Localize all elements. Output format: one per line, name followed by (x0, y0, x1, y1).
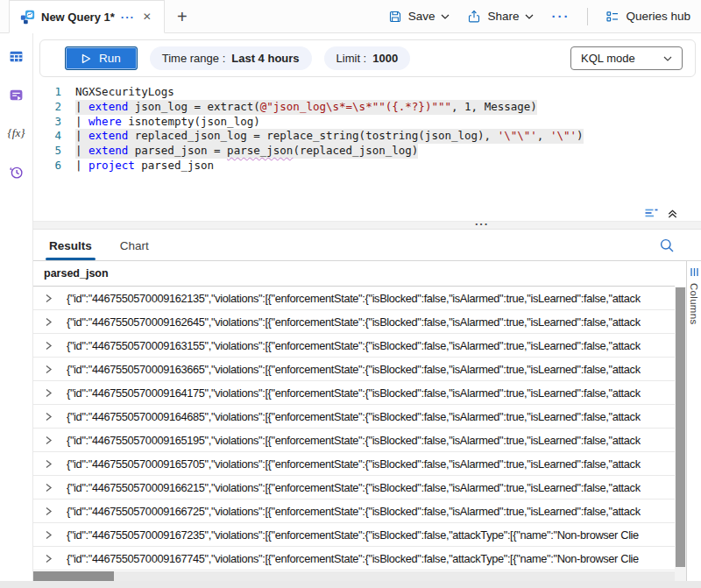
row-json-value: {"id":"4467550570009162135","violations"… (67, 292, 641, 305)
table-row[interactable]: {"id":"4467550570009167745","violations"… (33, 547, 675, 570)
more-actions-button[interactable]: ··· (551, 9, 570, 24)
tab-bar: New Query 1* ··· ✕ + Save (0, 0, 701, 33)
toolbar-divider (587, 8, 588, 25)
results-grid: parsed_json {"id":"4467550570009162135",… (33, 261, 675, 581)
new-tab-button[interactable]: + (177, 8, 188, 25)
expand-chevron-icon[interactable] (45, 507, 53, 516)
table-row[interactable]: {"id":"4467550570009163665","violations"… (33, 358, 675, 381)
row-json-value: {"id":"4467550570009165705","violations"… (67, 457, 641, 471)
code-line[interactable]: 4 | extend replaced_json_log = replace_s… (33, 129, 701, 144)
code-line[interactable]: 3 | where isnotempty(json_log) (33, 115, 701, 130)
tab-title: New Query 1* (41, 11, 115, 24)
share-label: Share (487, 10, 519, 23)
table-row[interactable]: {"id":"4467550570009163155","violations"… (33, 334, 675, 358)
functions-icon[interactable]: {fx} (7, 124, 26, 142)
column-header[interactable]: parsed_json (33, 261, 675, 287)
results-panel: Results Chart parsed_json (33, 230, 701, 581)
time-range-selector[interactable]: Time range : Last 4 hours (150, 46, 312, 70)
code-line-content: NGXSecurityLogs (75, 85, 174, 100)
line-number: 3 (33, 115, 61, 130)
table-row[interactable]: {"id":"4467550570009162645","violations"… (33, 310, 675, 334)
row-json-value: {"id":"4467550570009163665","violations"… (67, 363, 641, 376)
query-editor[interactable]: 1 NGXSecurityLogs 2 | extend json_log = … (33, 77, 701, 205)
share-button[interactable]: Share (467, 10, 534, 24)
expand-chevron-icon[interactable] (45, 459, 53, 469)
save-label: Save (408, 10, 435, 23)
code-line-content: | extend json_log = extract(@"json_log\s… (75, 100, 537, 115)
collapse-editor-icon[interactable] (667, 208, 678, 219)
limit-selector[interactable]: Limit : 1000 (324, 46, 411, 70)
run-button[interactable]: Run (65, 46, 138, 70)
results-body: parsed_json {"id":"4467550570009162135",… (33, 261, 701, 581)
panel-splitter[interactable]: ··· (33, 221, 701, 230)
expand-chevron-icon[interactable] (45, 365, 53, 374)
vertical-scrollbar-thumb[interactable] (676, 287, 685, 567)
tables-icon[interactable] (7, 47, 26, 65)
tab-close-icon[interactable]: ✕ (141, 11, 153, 23)
code-line-content: | project parsed_json (75, 159, 214, 174)
queries-hub-button[interactable]: Queries hub (605, 10, 690, 24)
code-line-content: | extend parsed_json = parse_json(replac… (75, 144, 418, 159)
grid-rows: {"id":"4467550570009162135","violations"… (33, 287, 675, 571)
main-area: {fx} Run Time range : (0, 33, 701, 581)
code-line[interactable]: 2 | extend json_log = extract(@"json_log… (33, 100, 701, 115)
search-results-icon[interactable] (659, 237, 675, 253)
saved-scripts-icon[interactable] (7, 86, 26, 103)
code-line[interactable]: 5 | extend parsed_json = parse_json(repl… (33, 144, 701, 159)
line-number: 4 (33, 129, 61, 144)
horizontal-scrollbar-thumb[interactable] (33, 571, 114, 581)
query-tab[interactable]: New Query 1* ··· ✕ (9, 0, 165, 33)
table-row[interactable]: {"id":"4467550570009164685","violations"… (33, 405, 675, 429)
save-button[interactable]: Save (388, 10, 450, 24)
query-mode-dropdown[interactable]: KQL mode (570, 46, 683, 70)
query-panel: Run Time range : Last 4 hours Limit : 10… (33, 33, 701, 581)
table-row[interactable]: {"id":"4467550570009166725","violations"… (33, 499, 675, 523)
expand-chevron-icon[interactable] (45, 341, 53, 351)
adx-app-icon (20, 10, 35, 25)
mode-chevron-down-icon (663, 56, 672, 61)
limit-label: Limit : (336, 52, 367, 65)
row-json-value: {"id":"4467550570009167235","violations"… (67, 528, 639, 542)
run-label: Run (99, 52, 121, 65)
columns-side-panel[interactable]: Columns (686, 261, 701, 581)
table-row[interactable]: {"id":"4467550570009165705","violations"… (33, 452, 675, 476)
expand-chevron-icon[interactable] (45, 530, 53, 540)
table-row[interactable]: {"id":"4467550570009167235","violations"… (33, 523, 675, 547)
expand-chevron-icon[interactable] (45, 483, 53, 492)
format-query-icon[interactable] (644, 207, 659, 220)
expand-chevron-icon[interactable] (45, 317, 53, 327)
expand-chevron-icon[interactable] (45, 554, 53, 563)
table-row[interactable]: {"id":"4467550570009164175","violations"… (33, 381, 675, 405)
line-number: 2 (33, 100, 61, 115)
splitter-drag-handle[interactable]: ··· (475, 221, 489, 228)
row-json-value: {"id":"4467550570009164685","violations"… (67, 410, 641, 423)
editor-footer (33, 205, 701, 221)
page-bottom-strip (0, 581, 701, 588)
table-row[interactable]: {"id":"4467550570009162135","violations"… (33, 287, 675, 310)
line-number: 1 (33, 85, 61, 100)
code-line[interactable]: 6 | project parsed_json (33, 159, 701, 174)
azure-data-explorer-query-window: New Query 1* ··· ✕ + Save (0, 0, 701, 588)
queries-hub-label: Queries hub (626, 10, 690, 23)
save-icon (388, 10, 402, 24)
tab-chart[interactable]: Chart (118, 232, 151, 260)
query-toolbar: Run Time range : Last 4 hours Limit : 10… (39, 39, 696, 77)
expand-chevron-icon[interactable] (45, 412, 53, 422)
expand-chevron-icon[interactable] (45, 388, 53, 398)
code-line[interactable]: 1 NGXSecurityLogs (33, 85, 701, 100)
queries-hub-icon (605, 10, 620, 24)
expand-chevron-icon[interactable] (45, 436, 53, 445)
share-icon (467, 10, 481, 24)
tab-more-icon[interactable]: ··· (121, 11, 135, 24)
expand-chevron-icon[interactable] (45, 294, 53, 303)
vertical-scrollbar[interactable] (675, 287, 686, 581)
table-row[interactable]: {"id":"4467550570009166215","violations"… (33, 476, 675, 499)
tab-results[interactable]: Results (47, 232, 94, 260)
query-history-icon[interactable] (7, 163, 26, 181)
table-row[interactable]: {"id":"4467550570009165195","violations"… (33, 429, 675, 452)
columns-panel-label: Columns (689, 283, 699, 324)
left-rail: {fx} (0, 33, 33, 581)
horizontal-scrollbar[interactable] (33, 571, 675, 581)
code-line-content: | where isnotempty(json_log) (75, 115, 260, 130)
columns-icon (690, 267, 699, 277)
